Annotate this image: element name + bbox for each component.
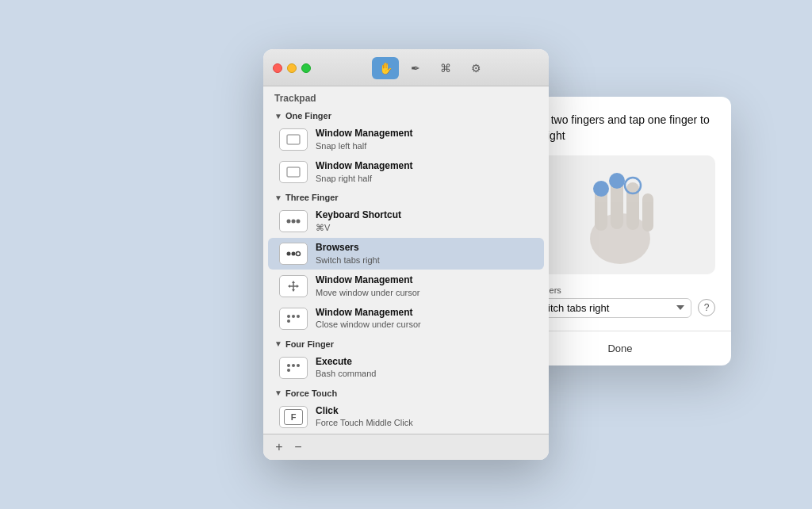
maximize-button[interactable] — [301, 63, 311, 73]
svg-point-15 — [292, 315, 295, 318]
gesture-visual — [525, 155, 715, 274]
close-button[interactable] — [273, 63, 282, 73]
help-button[interactable]: ? — [698, 299, 715, 316]
svg-point-5 — [287, 252, 291, 256]
svg-point-18 — [287, 364, 290, 367]
gesture-toolbar-button[interactable]: ✋ — [372, 57, 399, 79]
browsers-switch-icon — [279, 243, 308, 265]
browsers-switch-text: Browsers Switch tabs right — [316, 242, 533, 266]
close-window-subtitle: Close window under cursor — [316, 319, 533, 330]
keyboard-shortcut-subtitle: ⌘V — [316, 222, 533, 233]
keyboard-shortcut-title: Keyboard Shortcut — [316, 209, 533, 222]
click-middle-title: Click — [316, 405, 533, 418]
keyboard-shortcut-icon — [279, 210, 308, 232]
keyboard-shortcut-text: Keyboard Shortcut ⌘V — [316, 209, 533, 233]
remove-item-button[interactable]: − — [290, 439, 306, 455]
force-touch-click-icon: F — [279, 406, 308, 428]
svg-point-20 — [287, 369, 290, 372]
four-finger-arrow: ▼ — [274, 339, 282, 348]
execute-subtitle: Bash command — [316, 368, 533, 379]
snap-right-text: Window Management Snap right half — [316, 160, 533, 184]
section-one-finger: ▼ One Finger — [263, 107, 549, 123]
list-item-snap-left[interactable]: Window Management Snap left half — [268, 124, 544, 155]
move-window-text: Window Management Move window under curs… — [316, 274, 533, 298]
list-item-click-middle[interactable]: F Click Force Touch Middle Click — [268, 401, 544, 433]
done-button[interactable]: Done — [592, 339, 648, 358]
move-window-icon — [279, 275, 308, 297]
list-item-close-window[interactable]: Window Management Close window under cur… — [268, 303, 544, 335]
move-window-title: Window Management — [316, 274, 533, 287]
app-container: ✋ ✒ ⌘ ⚙ Trackpad ▼ One Finger Window Man… — [263, 49, 549, 459]
one-finger-arrow: ▼ — [274, 112, 282, 121]
keyboard-toolbar-button[interactable]: ⌘ — [432, 57, 459, 79]
pen-toolbar-button[interactable]: ✒ — [402, 57, 429, 79]
force-touch-arrow: ▼ — [274, 388, 282, 397]
svg-point-14 — [287, 315, 290, 318]
snap-right-icon — [279, 161, 308, 183]
svg-rect-26 — [642, 193, 653, 232]
one-finger-label: One Finger — [285, 111, 331, 121]
minimize-button[interactable] — [287, 63, 297, 73]
bottom-toolbar: + − — [263, 434, 549, 460]
settings-toolbar-button[interactable]: ⚙ — [462, 57, 489, 79]
svg-point-19 — [292, 364, 295, 367]
close-window-text: Window Management Close window under cur… — [316, 307, 533, 331]
force-touch-label: Force Touch — [285, 388, 337, 398]
svg-rect-0 — [287, 135, 300, 144]
svg-marker-13 — [292, 289, 295, 292]
svg-point-4 — [297, 220, 301, 224]
title-bar: ✋ ✒ ⌘ ⚙ — [263, 49, 549, 86]
snap-right-subtitle: Snap right half — [316, 173, 533, 184]
four-finger-label: Four Finger — [285, 339, 334, 349]
section-four-finger: ▼ Four Finger — [263, 335, 549, 351]
svg-point-27 — [593, 181, 609, 197]
svg-point-16 — [287, 320, 290, 323]
click-middle-subtitle: Force Touch Middle Click — [316, 417, 533, 428]
snap-right-title: Window Management — [316, 160, 533, 173]
click-middle-text: Click Force Touch Middle Click — [316, 405, 533, 429]
svg-marker-10 — [288, 285, 290, 288]
execute-title: Execute — [316, 356, 533, 369]
snap-left-title: Window Management — [316, 128, 533, 140]
section-force-touch: ▼ Force Touch — [263, 385, 549, 400]
svg-rect-25 — [626, 182, 639, 230]
execute-text: Execute Bash command — [316, 356, 533, 380]
list-item-browsers-switch[interactable]: Browsers Switch tabs right — [268, 238, 544, 270]
detail-dropdown[interactable]: Switch tabs right Switch tabs left — [525, 298, 691, 318]
detail-label: Browsers — [525, 285, 715, 295]
detail-dropdown-row: Switch tabs right Switch tabs left ? — [525, 298, 715, 318]
browsers-switch-title: Browsers — [316, 242, 533, 254]
toolbar: ✋ ✒ ⌘ ⚙ — [322, 57, 539, 79]
move-window-subtitle: Move window under cursor — [316, 287, 533, 298]
svg-marker-12 — [292, 281, 295, 283]
detail-instruction: Rest two fingers and tap one finger to t… — [525, 113, 715, 144]
svg-point-2 — [287, 220, 291, 224]
execute-icon — [279, 357, 308, 379]
three-finger-arrow: ▼ — [274, 193, 282, 202]
three-finger-label: Three Finger — [285, 193, 339, 202]
f-key-icon: F — [284, 409, 303, 425]
close-window-title: Window Management — [316, 307, 533, 320]
snap-left-icon — [279, 128, 308, 151]
svg-point-17 — [297, 315, 300, 318]
traffic-lights — [273, 63, 311, 73]
list-item-keyboard-shortcut[interactable]: Keyboard Shortcut ⌘V — [268, 205, 544, 237]
svg-point-28 — [609, 173, 625, 189]
main-window: ✋ ✒ ⌘ ⚙ Trackpad ▼ One Finger Window Man… — [263, 49, 549, 459]
svg-rect-1 — [287, 167, 300, 177]
list-item-snap-right[interactable]: Window Management Snap right half — [268, 156, 544, 188]
snap-left-text: Window Management Snap left half — [316, 128, 533, 151]
hand-illustration — [573, 163, 668, 266]
snap-left-subtitle: Snap left half — [316, 140, 533, 151]
svg-point-6 — [292, 252, 296, 256]
list-item-move-window[interactable]: Window Management Move window under curs… — [268, 270, 544, 302]
list-item-execute[interactable]: Execute Bash command — [268, 352, 544, 384]
close-window-icon — [279, 308, 308, 330]
svg-point-3 — [292, 220, 296, 224]
add-item-button[interactable]: + — [271, 439, 287, 455]
section-three-finger: ▼ Three Finger — [263, 189, 549, 205]
sidebar: Trackpad ▼ One Finger Window Management … — [263, 86, 549, 459]
browsers-switch-subtitle: Switch tabs right — [316, 254, 533, 266]
svg-point-21 — [297, 364, 300, 367]
svg-point-7 — [297, 252, 301, 256]
